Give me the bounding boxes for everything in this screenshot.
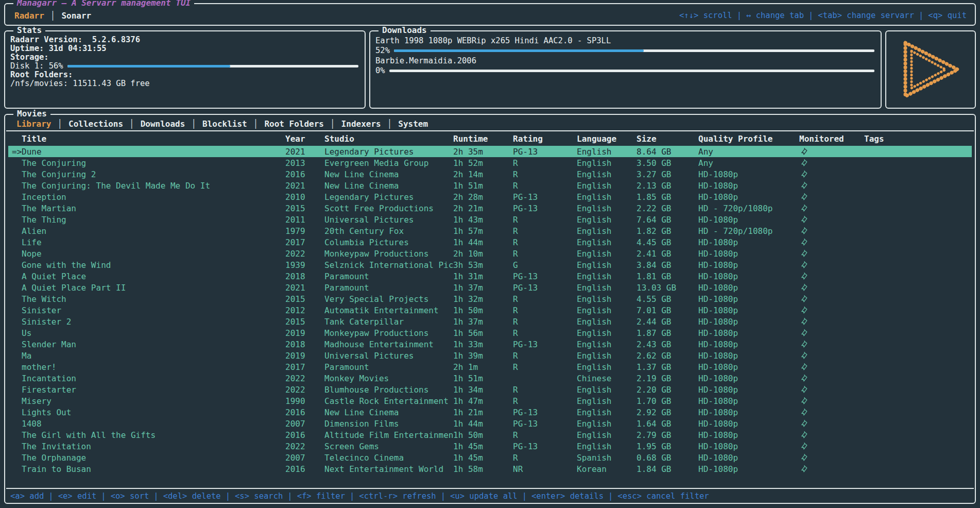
column-header-quality-profile: Quality Profile bbox=[698, 134, 799, 144]
cell-rating: R bbox=[513, 430, 577, 440]
cell-quality-profile: HD-1080p bbox=[698, 408, 799, 417]
cell-quality-profile: HD-1080p bbox=[698, 181, 799, 191]
cell-quality-profile: HD-1080p bbox=[698, 328, 799, 338]
cell-language: English bbox=[577, 158, 637, 168]
cell-rating: R bbox=[513, 396, 577, 406]
cell-rating: PG-13 bbox=[513, 283, 577, 293]
keybind-hint: <tab> change servarr bbox=[818, 11, 914, 20]
download-progress-row: 52% bbox=[375, 46, 875, 56]
cell-rating: R bbox=[513, 215, 577, 225]
keybind-separator: | bbox=[153, 492, 158, 501]
cell-year: 2021 bbox=[285, 147, 324, 157]
cell-rating: R bbox=[513, 317, 577, 327]
tab-downloads[interactable]: Downloads bbox=[141, 119, 185, 129]
cell-title: Inception bbox=[22, 192, 285, 202]
cell-language: English bbox=[577, 442, 637, 451]
cell-quality-profile: HD-1080p bbox=[698, 317, 799, 327]
downloads-panel-title: Downloads bbox=[379, 26, 431, 35]
column-header-year: Year bbox=[285, 134, 324, 144]
cell-size: 2.22 GB bbox=[637, 204, 698, 213]
cell-runtime: 1h 57m bbox=[453, 226, 513, 236]
cell-studio: New Line Cinema bbox=[324, 181, 453, 191]
tab-system[interactable]: System bbox=[398, 119, 428, 129]
cell-studio: Scott Free Productions bbox=[324, 204, 453, 213]
top-keybinds: <↑↓> scroll|↔ change tab|<tab> change se… bbox=[679, 11, 967, 20]
cell-runtime: 1h 37m bbox=[453, 317, 513, 327]
cell-rating: R bbox=[513, 328, 577, 338]
cell-rating: PG-13 bbox=[513, 192, 577, 202]
cell-year: 2007 bbox=[285, 419, 324, 429]
stat-line: /nfs/movies: 11511.43 GB free bbox=[10, 79, 359, 88]
cell-quality-profile: HD-1080p bbox=[698, 374, 799, 383]
tab-collections[interactable]: Collections bbox=[68, 119, 123, 129]
bottom-keybinds: <a> add|<e> edit|<o> sort|<del> delete|<… bbox=[5, 489, 975, 503]
cell-rating: PG-13 bbox=[513, 419, 577, 429]
tab-blocklist[interactable]: Blocklist bbox=[202, 119, 247, 129]
table-row[interactable]: Train to Busan 2016 Next Entertainment W… bbox=[8, 463, 972, 475]
cell-rating: PG-13 bbox=[513, 147, 577, 157]
stat-line: Storage: bbox=[10, 53, 359, 62]
tab-library[interactable]: Library bbox=[16, 119, 51, 129]
bookmark-icon bbox=[800, 465, 808, 473]
stats-body: Radarr Version: 5.2.6.8376Uptime: 31d 04… bbox=[5, 31, 365, 88]
cell-year: 2011 bbox=[285, 215, 324, 225]
cell-runtime: 1h 51m bbox=[453, 181, 513, 191]
cell-title: Ma bbox=[22, 351, 285, 361]
cell-runtime: 1h 51m bbox=[453, 374, 513, 383]
cell-rating: R bbox=[513, 249, 577, 259]
cell-runtime: 1h 50m bbox=[453, 306, 513, 315]
keybind-hint: <esc> cancel filter bbox=[617, 492, 709, 501]
cell-rating: R bbox=[513, 453, 577, 463]
cell-rating: R bbox=[513, 306, 577, 315]
cell-studio: Telecinco Cinema bbox=[324, 453, 453, 463]
movies-panel-title: Movies bbox=[13, 109, 50, 118]
cell-size: 3.27 GB bbox=[637, 170, 698, 179]
cell-title: 1408 bbox=[22, 419, 285, 429]
cell-title: Train to Busan bbox=[22, 464, 285, 474]
keybind-separator: | bbox=[919, 11, 923, 20]
tab-root-folders[interactable]: Root Folders bbox=[264, 119, 324, 129]
mid-row: Stats Radarr Version: 5.2.6.8376Uptime: … bbox=[4, 30, 976, 109]
cell-studio: Universal Pictures bbox=[324, 351, 453, 361]
column-header-title: Title bbox=[22, 134, 285, 144]
servarr-tab-sonarr[interactable]: Sonarr bbox=[61, 11, 91, 21]
cell-runtime: 1h 44m bbox=[453, 238, 513, 247]
cell-year: 2022 bbox=[285, 249, 324, 259]
column-header-monitored: Monitored bbox=[799, 134, 864, 144]
cell-quality-profile: HD-1080p bbox=[698, 170, 799, 179]
cell-size: 2.20 GB bbox=[637, 385, 698, 395]
cell-title: Nope bbox=[22, 249, 285, 259]
tab-indexers[interactable]: Indexers bbox=[341, 119, 381, 129]
keybind-separator: | bbox=[226, 492, 230, 501]
cell-title: Slender Man bbox=[22, 340, 285, 349]
keybind-hint: <s> search bbox=[235, 492, 283, 501]
cell-runtime: 1h 58m bbox=[453, 464, 513, 474]
cell-rating: PG-13 bbox=[513, 204, 577, 213]
cell-language: English bbox=[577, 328, 637, 338]
cell-title: Us bbox=[22, 328, 285, 338]
cell-year: 2021 bbox=[285, 283, 324, 293]
keybind-separator: | bbox=[441, 492, 445, 501]
cell-runtime: 1h 50m bbox=[453, 430, 513, 440]
cell-studio: Tank Caterpillar bbox=[324, 317, 453, 327]
keybind-separator: | bbox=[101, 492, 106, 501]
cell-quality-profile: HD-1080p bbox=[698, 351, 799, 361]
cell-runtime: 1h 32m bbox=[453, 294, 513, 304]
cell-language: Spanish bbox=[577, 453, 637, 463]
header-panel: Managarr – A Servarr management TUI Rada… bbox=[4, 3, 976, 26]
cell-size: 1.64 GB bbox=[637, 419, 698, 429]
keybind-hint: <↑↓> scroll bbox=[679, 11, 732, 20]
cell-studio: Altitude Film Entertainmen bbox=[324, 430, 453, 440]
stats-panel: Stats Radarr Version: 5.2.6.8376Uptime: … bbox=[4, 30, 366, 109]
downloads-body: Earth 1998 1080p WEBRip x265 Hindi AAC2.… bbox=[370, 31, 881, 76]
keybind-hint: <del> delete bbox=[163, 492, 221, 501]
cell-rating: PG-13 bbox=[513, 272, 577, 281]
cell-runtime: 2h 1m bbox=[453, 362, 513, 372]
cell-runtime: 1h 33m bbox=[453, 340, 513, 349]
cell-language: Chinese bbox=[577, 374, 637, 383]
keybind-hint: ↔ change tab bbox=[746, 11, 804, 20]
cell-title: mother! bbox=[22, 362, 285, 372]
cell-rating: PG-13 bbox=[513, 408, 577, 417]
servarr-tab-radarr[interactable]: Radarr bbox=[14, 11, 44, 21]
cell-rating: R bbox=[513, 238, 577, 247]
